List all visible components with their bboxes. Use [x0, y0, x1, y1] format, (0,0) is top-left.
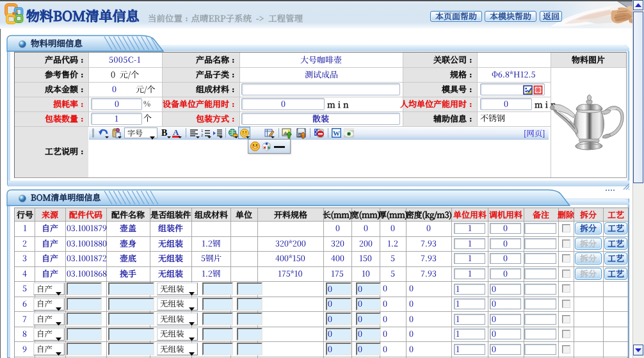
svg-text:W: W: [333, 129, 340, 137]
svg-text:2: 2: [201, 133, 204, 137]
svg-text:A: A: [173, 127, 179, 137]
svg-text:B: B: [161, 128, 167, 138]
svg-text:1: 1: [201, 129, 204, 133]
